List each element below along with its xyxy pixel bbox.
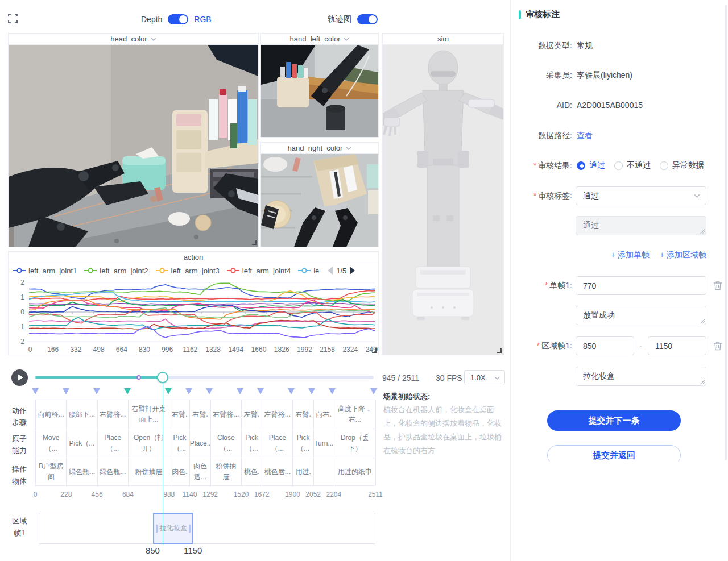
review-result-option-1[interactable]: 通过 bbox=[577, 160, 605, 171]
slider-handle[interactable] bbox=[157, 372, 168, 383]
data-path-link[interactable]: 查看 bbox=[577, 131, 593, 141]
steps-row-0: 向前移...腰部下...右臂将...右臂打开桌面上...右臂.右臂.右臂将...… bbox=[35, 400, 375, 429]
review-tag-select[interactable]: 通过 bbox=[576, 186, 706, 205]
step-cell[interactable]: Pick（... bbox=[169, 429, 190, 458]
step-cell[interactable]: 绿色瓶... bbox=[98, 458, 129, 485]
legend-page-indicator: 1/5 bbox=[336, 267, 346, 275]
step-marker-9[interactable] bbox=[288, 388, 295, 394]
region-end-input[interactable] bbox=[648, 336, 706, 355]
step-cell[interactable]: 右臂. bbox=[293, 400, 313, 429]
hand-left-camera-selector[interactable]: hand_left_color bbox=[261, 34, 378, 45]
step-cell[interactable] bbox=[314, 458, 334, 485]
step-cell[interactable]: 肉色. bbox=[169, 458, 190, 485]
legend-item-1[interactable]: left_arm_joint1 bbox=[13, 267, 77, 275]
step-cell[interactable]: Pick（... bbox=[67, 429, 97, 458]
single-frame-note[interactable]: 放置成功 bbox=[576, 306, 706, 325]
step-cell[interactable]: 左臂. bbox=[242, 400, 262, 429]
resize-handle[interactable] bbox=[497, 348, 502, 353]
delete-region-frame-icon[interactable] bbox=[713, 341, 722, 351]
legend-next-icon[interactable] bbox=[350, 267, 355, 275]
step-cell[interactable]: Place（... bbox=[262, 429, 293, 458]
step-marker-6[interactable] bbox=[206, 388, 213, 394]
legend-item-3[interactable]: left_arm_joint3 bbox=[156, 267, 220, 275]
step-cell[interactable]: 腰部下... bbox=[67, 400, 97, 429]
frame-scale-label: 1520 bbox=[234, 491, 249, 498]
data-type-label: 数据类型: bbox=[511, 41, 572, 51]
review-result-option-3[interactable]: 异常数据 bbox=[660, 160, 704, 171]
step-marker-2[interactable] bbox=[93, 388, 100, 394]
legend-item-4[interactable]: left_arm_joint4 bbox=[227, 267, 291, 275]
head-camera-selector[interactable]: head_color bbox=[9, 34, 258, 45]
action-chart-panel: action left_arm_joint1 left_arm_joint2 l… bbox=[8, 251, 379, 355]
region-frame-note[interactable]: 拉化妆盒 bbox=[576, 367, 706, 386]
step-cell[interactable]: 用过的纸巾 bbox=[334, 458, 376, 485]
step-marker-8[interactable] bbox=[257, 388, 264, 394]
scrollbar[interactable] bbox=[725, 5, 727, 460]
step-cell[interactable]: 桃色唇... bbox=[262, 458, 293, 485]
step-marker-11[interactable] bbox=[329, 388, 336, 394]
submit-back-button[interactable]: 提交并返回 bbox=[547, 445, 681, 462]
depth-rgb-toggle[interactable] bbox=[168, 14, 188, 24]
step-cell[interactable]: 粉饼抽屉 bbox=[129, 458, 169, 485]
legend-item-5[interactable]: le bbox=[298, 267, 319, 275]
step-marker-1[interactable] bbox=[63, 388, 69, 394]
step-marker-7[interactable] bbox=[237, 388, 243, 394]
submit-next-button[interactable]: 提交并下一条 bbox=[547, 410, 681, 431]
step-cell[interactable]: 向前移... bbox=[36, 400, 67, 429]
review-tag-label: *审核标签: bbox=[511, 191, 572, 201]
step-marker-3[interactable] bbox=[124, 388, 131, 394]
fullscreen-icon[interactable] bbox=[8, 14, 18, 23]
step-cell[interactable]: Pick（... bbox=[242, 429, 262, 458]
add-single-frame-link[interactable]: + 添加单帧 bbox=[611, 250, 650, 260]
step-cell[interactable]: Place（... bbox=[98, 429, 129, 458]
step-cell[interactable]: Close（... bbox=[211, 429, 242, 458]
chart-legend: left_arm_joint1 left_arm_joint2 left_arm… bbox=[9, 263, 378, 278]
review-tag-note[interactable]: 通过 bbox=[576, 216, 706, 235]
step-marker-5[interactable] bbox=[185, 388, 192, 394]
step-cell[interactable]: 绿色瓶... bbox=[67, 458, 97, 485]
step-cell[interactable]: 肉色透... bbox=[190, 458, 210, 485]
segment-left-handle[interactable] bbox=[156, 524, 158, 533]
segment-right-handle[interactable] bbox=[189, 524, 191, 533]
step-cell[interactable]: B户型房间 bbox=[36, 458, 67, 485]
step-cell[interactable]: 粉饼抽屉 bbox=[211, 458, 242, 485]
frame-scale-label: 988 bbox=[163, 491, 175, 498]
legend-item-2[interactable]: left_arm_joint2 bbox=[84, 267, 148, 275]
resize-handle[interactable] bbox=[372, 348, 377, 353]
trajectory-toggle[interactable] bbox=[357, 14, 378, 24]
play-button[interactable] bbox=[11, 369, 28, 386]
region-segment[interactable]: 拉化妆盒 bbox=[153, 513, 193, 544]
region-track[interactable]: 拉化妆盒 bbox=[39, 513, 375, 544]
step-cell[interactable]: Drop（丢下） bbox=[334, 429, 376, 458]
step-cell[interactable]: 右臂打开桌面上... bbox=[129, 400, 169, 429]
single-frame-input[interactable] bbox=[576, 276, 706, 295]
step-cell[interactable]: Pick（... bbox=[293, 429, 313, 458]
step-marker-0[interactable] bbox=[32, 388, 39, 394]
timeline-slider[interactable] bbox=[35, 372, 374, 383]
legend-prev-icon[interactable] bbox=[328, 267, 333, 275]
step-cell[interactable]: Open（打开） bbox=[129, 429, 169, 458]
step-marker-10[interactable] bbox=[308, 388, 315, 394]
resize-handle[interactable] bbox=[252, 240, 257, 245]
step-cell[interactable]: 右臂将... bbox=[211, 400, 242, 429]
delete-single-frame-icon[interactable] bbox=[713, 281, 722, 290]
step-marker-4[interactable] bbox=[165, 388, 172, 394]
step-cell[interactable]: Move（... bbox=[36, 429, 67, 458]
speed-select[interactable]: 1.0X bbox=[464, 370, 505, 385]
hand-right-camera-selector[interactable]: hand_right_color bbox=[261, 143, 378, 154]
frame-scale-label: 228 bbox=[60, 491, 72, 498]
step-cell[interactable]: 左臂将... bbox=[262, 400, 293, 429]
step-cell[interactable]: 向右. bbox=[314, 400, 334, 429]
region-start-input[interactable] bbox=[576, 336, 634, 355]
step-cell[interactable]: Place.. bbox=[190, 429, 210, 458]
step-cell[interactable]: 右臂. bbox=[190, 400, 210, 429]
step-cell[interactable]: 高度下降，右... bbox=[334, 400, 376, 429]
step-marker-12[interactable] bbox=[370, 388, 377, 394]
step-cell[interactable]: 用过. bbox=[293, 458, 313, 485]
step-cell[interactable]: 右臂. bbox=[169, 400, 190, 429]
add-region-frame-link[interactable]: + 添加区域帧 bbox=[660, 250, 706, 260]
review-result-option-2[interactable]: 不通过 bbox=[614, 160, 651, 171]
step-cell[interactable]: Turn... bbox=[314, 429, 334, 458]
step-cell[interactable]: 桃色. bbox=[242, 458, 262, 485]
step-cell[interactable]: 右臂将... bbox=[98, 400, 129, 429]
